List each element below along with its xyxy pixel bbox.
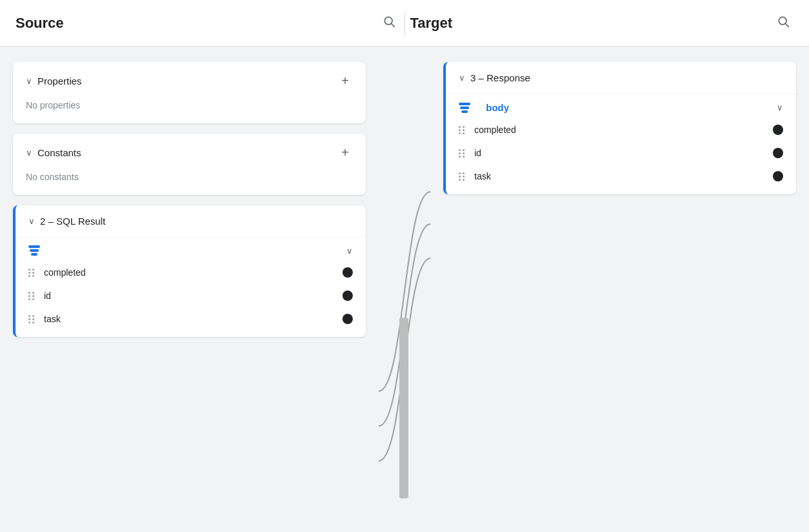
target-task-label: task: [474, 171, 766, 181]
target-body-chevron[interactable]: ∨: [777, 103, 783, 112]
source-search-icon[interactable]: [379, 11, 399, 35]
target-layers-icon: [459, 103, 470, 113]
source-completed-label: completed: [44, 267, 336, 278]
source-title: Source: [16, 15, 379, 32]
connector-svg: [379, 46, 430, 532]
main-content: ∨ Properties + No properties ∨ Constants…: [0, 46, 809, 532]
target-id-label: id: [474, 148, 766, 158]
properties-card: ∨ Properties + No properties: [13, 62, 366, 123]
header: Source Target: [0, 0, 809, 46]
sql-inner-chevron[interactable]: ∨: [346, 246, 353, 256]
target-panel: ∨ 3 – Response body ∨ completed: [430, 46, 809, 532]
constants-chevron[interactable]: ∨: [26, 148, 32, 158]
response-card-title: ∨ 3 – Response: [459, 72, 531, 83]
svg-line-3: [786, 24, 789, 27]
source-panel: ∨ Properties + No properties ∨ Constants…: [0, 46, 379, 532]
properties-empty-text: No properties: [13, 100, 366, 123]
target-id-connector[interactable]: [773, 148, 783, 158]
source-header-section: Source: [16, 11, 399, 35]
target-task-connector[interactable]: [773, 171, 783, 181]
target-field-row-task: task: [446, 165, 796, 194]
constants-add-button[interactable]: +: [337, 144, 353, 161]
target-task-drag-icon: [459, 172, 465, 181]
source-field-row-completed: completed: [16, 261, 366, 284]
target-title: Target: [410, 15, 773, 32]
sql-result-chevron[interactable]: ∨: [28, 216, 35, 226]
target-body-row: body ∨: [446, 94, 796, 118]
sql-result-card: ∨ 2 – SQL Result ∨ completed: [13, 205, 366, 337]
sql-result-card-header: ∨ 2 – SQL Result: [16, 205, 366, 237]
svg-line-1: [391, 24, 394, 27]
target-completed-connector[interactable]: [773, 125, 783, 135]
constants-empty-text: No constants: [13, 172, 366, 195]
properties-chevron[interactable]: ∨: [26, 76, 32, 86]
target-id-drag-icon: [459, 149, 465, 158]
target-body-label: body: [486, 102, 770, 113]
source-id-label: id: [44, 291, 336, 301]
connector-area: [379, 46, 430, 532]
response-card-header: ∨ 3 – Response: [446, 62, 796, 94]
target-completed-drag-icon: [459, 126, 465, 134]
target-field-row-id: id: [446, 141, 796, 165]
header-divider: [404, 10, 405, 36]
source-id-connector[interactable]: [342, 291, 353, 301]
properties-card-title: ∨ Properties: [26, 76, 81, 87]
properties-card-header: ∨ Properties +: [13, 62, 366, 100]
svg-rect-4: [399, 318, 408, 498]
source-field-row-id: id: [16, 284, 366, 307]
constants-card-title: ∨ Constants: [26, 147, 81, 158]
target-search-icon[interactable]: [773, 11, 793, 35]
target-completed-label: completed: [474, 125, 766, 135]
sql-layers-icon: [28, 245, 40, 256]
constants-card: ∨ Constants + No constants: [13, 134, 366, 195]
target-field-row-completed: completed: [446, 118, 796, 141]
response-chevron[interactable]: ∨: [459, 73, 465, 83]
sql-layers-row: ∨: [16, 237, 366, 261]
source-task-connector[interactable]: [342, 314, 353, 324]
source-field-row-task: task: [16, 307, 366, 337]
source-task-drag-icon: [28, 315, 35, 323]
source-completed-drag-icon: [28, 269, 35, 277]
constants-card-header: ∨ Constants +: [13, 134, 366, 172]
response-card: ∨ 3 – Response body ∨ completed: [443, 62, 796, 194]
target-header-section: Target: [410, 11, 794, 35]
source-id-drag-icon: [28, 292, 35, 300]
sql-result-card-title: ∨ 2 – SQL Result: [28, 216, 105, 227]
source-task-label: task: [44, 314, 336, 324]
properties-add-button[interactable]: +: [337, 72, 353, 90]
source-completed-connector[interactable]: [342, 267, 353, 278]
